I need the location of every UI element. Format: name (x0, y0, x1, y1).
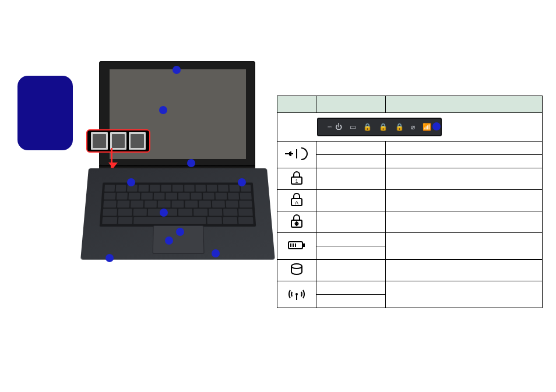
laptop-keyboard (100, 182, 256, 227)
icon-hdd (277, 260, 316, 281)
cell-num-c1 (316, 168, 386, 190)
callout-touchpad (176, 228, 184, 236)
power-icon: ⏻ (335, 123, 342, 131)
icon-battery (277, 233, 316, 260)
ac-power-icon: ⎓ (328, 123, 332, 131)
icon-scrolllock (277, 211, 316, 233)
icon-capslock: A (277, 190, 316, 211)
scrolllock-icon: 🔒 (395, 123, 404, 131)
svg-text:A: A (295, 200, 298, 206)
svg-text:1: 1 (295, 178, 298, 184)
cell-acpower-c2b (386, 155, 543, 168)
hdd-icon: ⌀ (411, 123, 415, 131)
hotkey-inset (86, 129, 150, 153)
callout-camera (173, 66, 181, 74)
wireless-icon: 📶 (423, 123, 431, 131)
icon-ac-power (277, 142, 316, 168)
cell-scroll-c2 (386, 211, 543, 233)
icon-wireless (277, 281, 316, 308)
callout-display (159, 106, 167, 114)
cell-wifi-c2 (386, 281, 543, 308)
cell-bat-c1b (316, 246, 386, 260)
cell-wifi-c1b (316, 295, 386, 308)
led-indicator-table: ⎓ ⏻ ▭ 🔒 🔒 🔒 ⌀ 📶 (277, 96, 543, 308)
callout-led-panel (187, 159, 195, 167)
numlock-icon: 🔒 (363, 123, 372, 131)
hotkey-btn-3 (129, 132, 146, 150)
icon-numlock: 1 (277, 168, 316, 190)
led-strip-photo: ⎓ ⏻ ▭ 🔒 🔒 🔒 ⌀ 📶 (317, 118, 442, 136)
capslock-icon: 🔒 (379, 123, 388, 131)
cell-caps-c2 (386, 190, 543, 211)
hotkey-btn-1 (91, 132, 108, 150)
callout-keyboard (160, 209, 168, 217)
inset-arrow (111, 148, 112, 168)
cell-acpower-c1a (316, 142, 386, 155)
callout-palmrest (212, 249, 220, 257)
battery-icon: ▭ (350, 123, 356, 131)
cell-bat-c2 (386, 233, 543, 260)
blue-side-card (17, 76, 73, 150)
callout-hotkeys (127, 178, 135, 186)
svg-rect-6 (302, 243, 305, 247)
cell-bat-c1a (316, 233, 386, 246)
callout-front-edge (105, 254, 114, 262)
cell-caps-c1 (316, 190, 386, 211)
th-col2 (386, 96, 543, 113)
callout-click-btns (165, 236, 173, 245)
callout-led-strip (432, 122, 441, 130)
cell-wifi-c1a (316, 281, 386, 295)
cell-scroll-c1 (316, 211, 386, 233)
cell-hdd-c2 (386, 260, 543, 281)
svg-point-10 (291, 264, 302, 269)
hotkey-btn-2 (110, 132, 127, 150)
led-strip-cell: ⎓ ⏻ ▭ 🔒 🔒 🔒 ⌀ 📶 (277, 113, 543, 142)
cell-num-c2 (386, 168, 543, 190)
cell-acpower-c1b (316, 155, 386, 168)
cell-hdd-c1 (316, 260, 386, 281)
th-icon (277, 96, 316, 113)
th-col1 (316, 96, 386, 113)
cell-acpower-c2a (386, 142, 543, 155)
callout-power-btn (238, 178, 246, 186)
